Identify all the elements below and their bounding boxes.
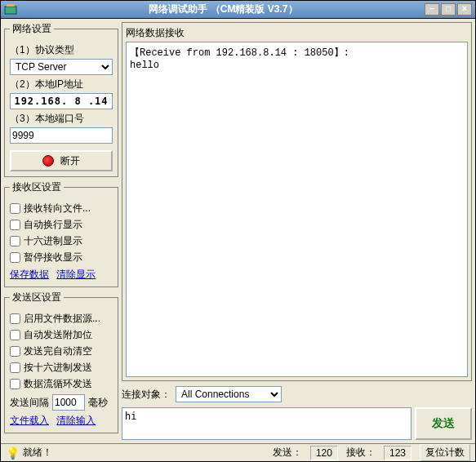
tx-hex-checkbox[interactable] [10, 362, 20, 373]
reset-count-button[interactable]: 复位计数 [420, 444, 470, 461]
app-icon [4, 3, 17, 16]
interval-unit: 毫秒 [88, 396, 108, 410]
network-settings: 网络设置 （1）协议类型 TCP Server （2）本地IP地址 192.16… [4, 22, 118, 177]
recv-count-label: 接收： [346, 446, 376, 460]
body: 网络设置 （1）协议类型 TCP Server （2）本地IP地址 192.16… [1, 19, 475, 443]
bulb-icon: 💡 [6, 446, 20, 460]
ready-text: 就绪！ [23, 446, 52, 460]
tx-loop-checkbox[interactable] [10, 379, 20, 389]
statusbar: 💡 就绪！ 发送： 120 接收： 123 复位计数 [1, 443, 475, 461]
rx-opt-0: 接收转向文件... [24, 202, 91, 215]
send-textbox[interactable] [122, 407, 411, 440]
svg-rect-1 [7, 4, 15, 7]
port-label: （3）本地端口号 [10, 112, 113, 126]
receive-textbox[interactable]: 【Receive from 192.168.8.14 : 18050】: hel… [126, 42, 468, 377]
rx-opt-2: 十六进制显示 [24, 234, 82, 248]
rx-area-label: 网络数据接收 [126, 26, 468, 40]
rx-opt-3: 暂停接收显示 [24, 251, 82, 264]
rx-opt-1: 自动换行显示 [24, 218, 82, 232]
protocol-label: （1）协议类型 [10, 43, 113, 57]
record-icon [42, 155, 54, 167]
status-ready: 💡 就绪！ [6, 446, 52, 460]
port-input[interactable] [10, 127, 113, 144]
maximize-button[interactable]: □ [441, 3, 456, 16]
ip-input[interactable]: 192.168. 8 .14 [10, 93, 113, 109]
clear-display-link[interactable]: 清除显示 [56, 269, 96, 280]
tx-legend: 发送区设置 [10, 291, 64, 304]
tx-opt-4: 数据流循环发送 [24, 377, 92, 391]
save-data-link[interactable]: 保存数据 [10, 269, 49, 280]
disconnect-label: 断开 [60, 154, 80, 168]
tx-append-checkbox[interactable] [10, 330, 20, 340]
clear-input-link[interactable]: 清除输入 [56, 415, 96, 426]
right-panel: 网络数据接收 【Receive from 192.168.8.14 : 1805… [122, 22, 472, 440]
file-load-link[interactable]: 文件载入 [10, 415, 49, 426]
window-buttons: – □ × [425, 3, 472, 16]
rx-hex-checkbox[interactable] [10, 236, 20, 247]
left-panel: 网络设置 （1）协议类型 TCP Server （2）本地IP地址 192.16… [4, 22, 118, 440]
svg-rect-0 [5, 7, 16, 14]
rx-legend: 接收区设置 [10, 180, 64, 194]
rx-pause-checkbox[interactable] [10, 252, 20, 263]
tx-opt-1: 自动发送附加位 [24, 328, 92, 342]
app-window: 网络调试助手 （CM精装版 V3.7） – □ × 网络设置 （1）协议类型 T… [0, 0, 476, 462]
tx-file-checkbox[interactable] [10, 313, 20, 324]
conn-label: 连接对象： [122, 388, 171, 402]
receive-area: 网络数据接收 【Receive from 192.168.8.14 : 1805… [122, 22, 472, 381]
titlebar[interactable]: 网络调试助手 （CM精装版 V3.7） – □ × [1, 1, 475, 19]
tx-opt-3: 按十六进制发送 [24, 361, 92, 375]
rx-wrap-checkbox[interactable] [10, 220, 20, 230]
tx-opt-2: 发送完自动清空 [24, 344, 92, 358]
send-count-label: 发送： [273, 446, 302, 460]
send-settings: 发送区设置 启用文件数据源... 自动发送附加位 发送完自动清空 按十六进制发送… [4, 291, 118, 433]
recv-count: 123 [384, 446, 411, 460]
window-title: 网络调试助手 （CM精装版 V3.7） [22, 2, 425, 16]
tx-autoclear-checkbox[interactable] [10, 346, 20, 357]
send-button[interactable]: 发送 [415, 407, 472, 440]
interval-input[interactable] [52, 394, 85, 411]
send-row: 发送 [122, 407, 472, 440]
send-count: 120 [310, 446, 338, 460]
protocol-select[interactable]: TCP Server [10, 59, 113, 75]
receive-settings: 接收区设置 接收转向文件... 自动换行显示 十六进制显示 暂停接收显示 保存数… [4, 180, 118, 287]
connection-row: 连接对象： All Connections [122, 384, 472, 404]
ip-label: （2）本地IP地址 [10, 78, 113, 91]
network-legend: 网络设置 [10, 22, 54, 36]
rx-to-file-checkbox[interactable] [10, 203, 20, 214]
minimize-button[interactable]: – [425, 3, 439, 16]
disconnect-button[interactable]: 断开 [10, 150, 113, 171]
interval-label: 发送间隔 [10, 396, 49, 410]
close-button[interactable]: × [457, 3, 472, 16]
tx-opt-0: 启用文件数据源... [24, 312, 100, 326]
conn-select[interactable]: All Connections [176, 386, 282, 402]
